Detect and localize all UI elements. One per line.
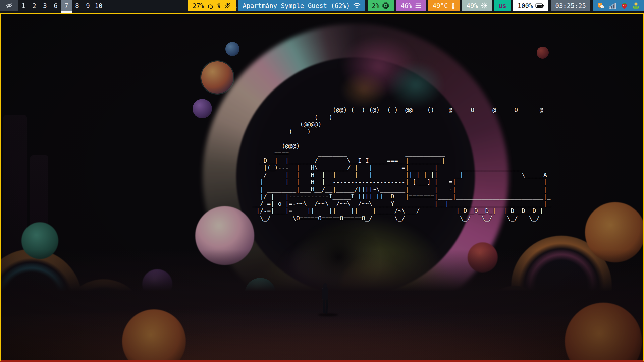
lightbulb-icon[interactable]	[597, 2, 605, 10]
memory-widget[interactable]: 46%	[396, 0, 426, 11]
workspace-1[interactable]: 1	[18, 0, 29, 11]
memory-icon	[415, 3, 422, 9]
user-icon[interactable]	[632, 2, 640, 10]
network-signal-icon[interactable]	[608, 2, 616, 10]
wifi-network-label: Apartmány Symple Guest (62%)	[243, 2, 350, 9]
headset-icon	[207, 2, 214, 9]
eye-off-button[interactable]	[0, 0, 18, 11]
cpu-widget[interactable]: 2%	[368, 0, 394, 11]
strawberry-icon[interactable]	[620, 2, 628, 10]
workspace-6[interactable]: 6	[50, 0, 61, 11]
temperature-widget[interactable]: 49°C	[428, 0, 460, 11]
status-widgets: 27% Apartmány	[188, 0, 644, 11]
temperature-value: 49°C	[433, 2, 448, 9]
load-value: 49%	[467, 2, 478, 9]
battery-icon	[535, 3, 544, 8]
workspace-9[interactable]: 9	[83, 0, 93, 11]
keyboard-layout-widget[interactable]: us	[494, 0, 511, 11]
eye-off-icon	[5, 2, 13, 10]
cpu-usage-value: 2%	[372, 2, 380, 9]
load-widget[interactable]: 49%	[462, 0, 492, 11]
gear-icon	[481, 2, 488, 9]
sl-train-ascii-art: (@@) ( ) (@) ( ) @@ () @ O @ O @ ( ) (@@…	[253, 106, 551, 222]
terminal-window[interactable]: (@@) ( ) (@) ( ) @@ () @ O @ O @ ( ) (@@…	[0, 13, 644, 362]
audio-volume-widget[interactable]: 27%	[188, 0, 236, 11]
memory-usage-value: 46%	[400, 2, 412, 9]
mic-muted-icon	[224, 2, 231, 9]
battery-widget[interactable]: 100%	[513, 0, 549, 11]
active-workspace-underline	[61, 11, 72, 13]
workspace-7-active[interactable]: 7	[61, 0, 72, 11]
desktop-screen: 1 2 3 6 7 8 9 10 bugi@gentoogi - 2024121…	[0, 0, 644, 362]
wifi-icon	[353, 2, 361, 9]
keyboard-layout-value: us	[499, 2, 506, 9]
clock-widget[interactable]: 03:25:25	[551, 0, 590, 11]
system-tray	[593, 0, 644, 11]
workspace-3[interactable]: 3	[40, 0, 50, 11]
workspace-10[interactable]: 10	[93, 0, 104, 11]
bluetooth-icon	[217, 2, 221, 9]
wifi-widget[interactable]: Apartmány Symple Guest (62%)	[238, 0, 365, 11]
status-bar: 1 2 3 6 7 8 9 10 bugi@gentoogi - 2024121…	[0, 0, 644, 13]
status-bar-bottom-strip	[0, 11, 644, 13]
audio-volume-value: 27%	[193, 2, 204, 9]
workspace-2[interactable]: 2	[29, 0, 40, 11]
battery-value: 100%	[518, 2, 533, 9]
thermometer-icon	[451, 2, 455, 9]
cpu-chip-icon	[382, 2, 389, 9]
workspace-8[interactable]: 8	[72, 0, 83, 11]
clock-value: 03:25:25	[555, 2, 586, 9]
